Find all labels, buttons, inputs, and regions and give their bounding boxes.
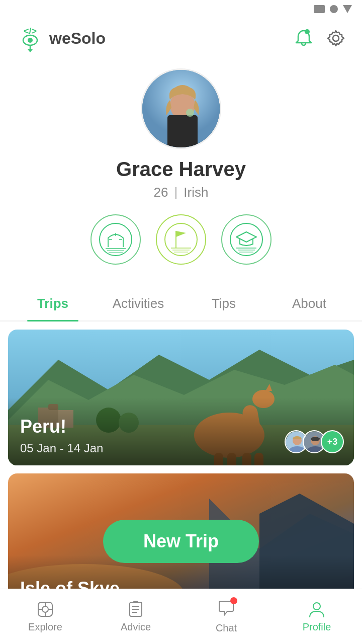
trips-list: Peru! 05 Jan - 14 Jan — [0, 321, 362, 617]
status-battery — [314, 5, 325, 13]
advice-icon — [127, 600, 145, 618]
profile-icon — [308, 600, 326, 618]
app-name: weSolo — [49, 29, 106, 48]
header-actions — [293, 27, 347, 49]
status-wifi — [343, 5, 352, 13]
info-divider: | — [174, 185, 178, 200]
svg-point-5 — [305, 29, 310, 34]
avatar[interactable] — [141, 68, 221, 149]
trip-attendees: +3 — [285, 430, 344, 453]
avatar-image — [142, 70, 220, 147]
tab-activities[interactable]: Activities — [96, 285, 181, 320]
tab-about[interactable]: About — [266, 285, 352, 320]
attendee-count: +3 — [321, 430, 344, 453]
chat-notification-dot — [230, 597, 237, 604]
badge-icon-1 — [98, 222, 133, 257]
svg-point-6 — [333, 35, 339, 41]
gear-icon — [326, 29, 345, 48]
bell-icon — [294, 29, 313, 48]
nav-explore-label: Explore — [28, 621, 62, 633]
explore-icon — [36, 600, 54, 618]
nav-profile[interactable]: Profile — [272, 595, 362, 638]
chat-badge-container — [217, 599, 235, 619]
tab-trips[interactable]: Trips — [10, 285, 96, 320]
nav-profile-label: Profile — [303, 621, 331, 633]
settings-button[interactable] — [325, 27, 347, 49]
svg-point-57 — [42, 606, 48, 612]
svg-point-24 — [230, 223, 262, 256]
svg-marker-4 — [28, 49, 33, 52]
notification-button[interactable] — [293, 27, 315, 49]
nav-advice-label: Advice — [121, 621, 151, 633]
trip-card-peru[interactable]: Peru! 05 Jan - 14 Jan — [8, 330, 354, 465]
badge-2[interactable] — [156, 214, 206, 265]
tab-tips[interactable]: Tips — [181, 285, 266, 320]
bottom-nav: Explore Advice Chat Profile — [0, 589, 362, 644]
header: </> weSolo — [0, 18, 362, 63]
nav-chat-label: Chat — [216, 622, 237, 634]
badge-row — [90, 214, 272, 265]
badge-icon-3 — [229, 222, 264, 257]
nav-advice[interactable]: Advice — [90, 595, 181, 638]
svg-point-2 — [28, 38, 33, 43]
logo-icon: </> — [15, 23, 45, 53]
svg-point-67 — [313, 603, 320, 610]
status-bar — [0, 0, 362, 18]
user-info: 26 | Irish — [154, 185, 209, 200]
logo[interactable]: </> weSolo — [15, 23, 106, 53]
user-name: Grace Harvey — [116, 158, 246, 181]
new-trip-button[interactable]: New Trip — [103, 520, 259, 563]
svg-point-19 — [165, 223, 197, 256]
status-signal — [330, 5, 338, 13]
svg-point-11 — [186, 109, 194, 117]
badge-1[interactable] — [90, 214, 141, 265]
profile-section: Grace Harvey 26 | Irish — [0, 63, 362, 280]
profile-tabs: Trips Activities Tips About — [0, 285, 362, 321]
nav-chat[interactable]: Chat — [181, 594, 272, 639]
badge-3[interactable] — [221, 214, 272, 265]
svg-rect-10 — [167, 115, 198, 147]
nav-explore[interactable]: Explore — [0, 595, 90, 638]
user-age: 26 — [154, 185, 168, 200]
badge-icon-2 — [163, 222, 199, 257]
svg-rect-66 — [133, 601, 138, 603]
user-nationality: Irish — [184, 185, 208, 200]
